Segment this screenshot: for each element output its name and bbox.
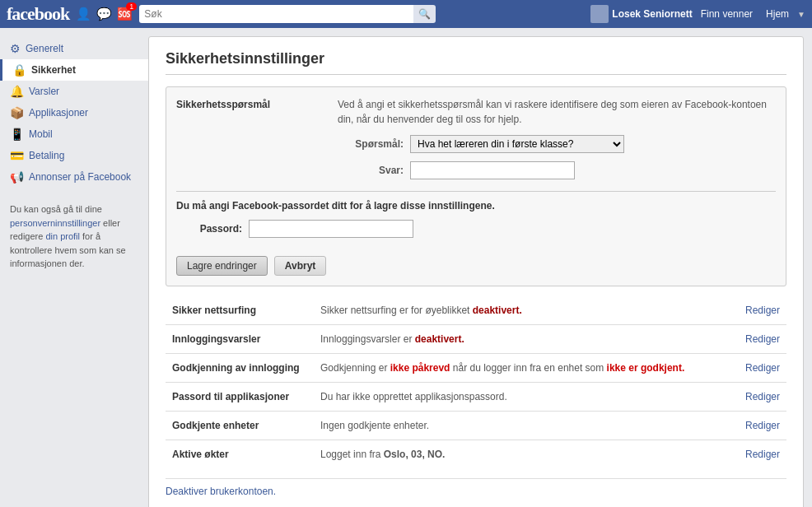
friends-icon[interactable]: 👤 <box>76 7 91 21</box>
payments-icon: 💳 <box>10 149 24 162</box>
setting-value: Sikker nettsurfing er for øyeblikket dea… <box>314 296 739 325</box>
setting-label: Godkjenning av innlogging <box>166 354 314 383</box>
section-body: Sikkerhetsspørsmål Ved å angi et sikkerh… <box>166 87 786 286</box>
security-icon: 🔒 <box>12 63 26 77</box>
sidebar: ⚙ Generelt 🔒 Sikkerhet 🔔 Varsler 📦 Appli… <box>0 28 148 507</box>
table-row: Sikker nettsurfing Sikker nettsurfing er… <box>166 296 786 325</box>
search-button[interactable]: 🔍 <box>413 5 436 23</box>
setting-label: Innloggingsvarsler <box>166 325 314 354</box>
setting-action[interactable]: Rediger <box>739 383 786 412</box>
mobile-icon: 📱 <box>10 128 24 141</box>
home-link[interactable]: Hjem <box>761 5 794 23</box>
main-content: Sikkerhetsinnstillinger Sikkerhetsspørsm… <box>148 36 804 507</box>
general-icon: ⚙ <box>10 42 21 55</box>
sidebar-item-mobile[interactable]: 📱 Mobil <box>0 123 148 145</box>
messages-icon[interactable]: 💬 <box>96 7 112 21</box>
sidebar-divider <box>0 188 148 194</box>
sidebar-item-general-label: Generelt <box>26 43 63 54</box>
sidebar-item-security[interactable]: 🔒 Sikkerhet <box>0 59 148 81</box>
setting-action[interactable]: Rediger <box>739 354 786 383</box>
question-row: Spørsmål: Hva het læreren din i første k… <box>338 135 776 153</box>
setting-action[interactable]: Rediger <box>739 440 786 469</box>
user-avatar <box>590 5 609 23</box>
nav-icon-group: 👤 💬 🆘 1 <box>76 7 133 21</box>
sidebar-item-apps-label: Applikasjoner <box>29 107 88 119</box>
sq-layout: Sikkerhetsspørsmål Ved å angi et sikkerh… <box>176 97 776 179</box>
question-select[interactable]: Hva het læreren din i første klasse? <box>410 135 624 153</box>
setting-value: Du har ikke opprettet applikasjonspassor… <box>314 383 739 412</box>
setting-label: Godkjente enheter <box>166 412 314 440</box>
setting-action[interactable]: Rediger <box>739 296 786 325</box>
table-row: Aktive økter Logget inn fra Oslo, 03, NO… <box>166 440 786 469</box>
page-title: Sikkerhetsinnstillinger <box>166 50 786 75</box>
apps-icon: 📦 <box>10 106 24 119</box>
sidebar-item-apps[interactable]: 📦 Applikasjoner <box>0 102 148 123</box>
password-note: Du må angi Facebook-passordet ditt for å… <box>176 200 776 212</box>
setting-label: Passord til applikasjoner <box>166 383 314 412</box>
profile-link[interactable]: din profil <box>45 231 80 241</box>
sidebar-item-security-label: Sikkerhet <box>31 64 76 76</box>
table-row: Passord til applikasjoner Du har ikke op… <box>166 383 786 412</box>
find-friends-link[interactable]: Finn venner <box>696 5 758 23</box>
table-row: Godkjenning av innlogging Godkjenning er… <box>166 354 786 383</box>
setting-action[interactable]: Rediger <box>739 325 786 354</box>
table-row: Innloggingsvarsler Innloggingsvarsler er… <box>166 325 786 354</box>
table-row: Godkjente enheter Ingen godkjente enhete… <box>166 412 786 440</box>
sidebar-item-general[interactable]: ⚙ Generelt <box>0 38 148 59</box>
cancel-button[interactable]: Avbryt <box>274 256 327 276</box>
deactivate-link[interactable]: Deaktiver brukerkontoen. <box>166 486 276 497</box>
sidebar-item-mobile-label: Mobil <box>29 128 53 140</box>
password-label: Passord: <box>176 223 242 235</box>
sidebar-item-ads-label: Annonser på Facebook <box>29 171 131 183</box>
settings-table: Sikker nettsurfing Sikker nettsurfing er… <box>166 296 786 468</box>
right-nav: Losek Seniornett Finn venner Hjem ▼ <box>590 5 805 23</box>
answer-input[interactable] <box>410 161 575 179</box>
ads-icon: 📢 <box>10 170 24 184</box>
button-row: Lagre endringer Avbryt <box>176 248 776 276</box>
password-input[interactable] <box>249 220 413 238</box>
sidebar-item-ads[interactable]: 📢 Annonser på Facebook <box>0 166 148 188</box>
setting-value: Innloggingsvarsler er deaktivert. <box>314 325 739 354</box>
top-navigation: facebook 👤 💬 🆘 1 🔍 Losek Seniornett Finn… <box>0 0 812 28</box>
search-bar: 🔍 <box>139 5 436 23</box>
facebook-logo: facebook <box>7 3 69 25</box>
question-label: Spørsmål: <box>338 137 404 151</box>
privacy-settings-link[interactable]: personverninnstillinger <box>10 218 100 228</box>
main-layout: ⚙ Generelt 🔒 Sikkerhet 🔔 Varsler 📦 Appli… <box>0 28 812 507</box>
user-block[interactable]: Losek Seniornett <box>590 5 692 23</box>
sidebar-item-payments[interactable]: 💳 Betaling <box>0 145 148 166</box>
security-question-section: Sikkerhetsspørsmål Ved å angi et sikkerh… <box>166 86 786 286</box>
search-input[interactable] <box>139 5 413 23</box>
notifications-sidebar-icon: 🔔 <box>10 85 24 98</box>
sidebar-item-notifications[interactable]: 🔔 Varsler <box>0 81 148 102</box>
sq-description: Ved å angi et sikkerhetsspørsmål kan vi … <box>338 97 776 179</box>
setting-value: Logget inn fra Oslo, 03, NO. <box>314 440 739 469</box>
sidebar-item-notifications-label: Varsler <box>29 86 59 97</box>
save-button[interactable]: Lagre endringer <box>176 256 268 276</box>
setting-action[interactable]: Rediger <box>739 412 786 440</box>
setting-value: Ingen godkjente enheter. <box>314 412 739 440</box>
sidebar-item-payments-label: Betaling <box>29 150 64 161</box>
setting-value: Godkjenning er ikke påkrevd når du logge… <box>314 354 739 383</box>
user-name: Losek Seniornett <box>612 8 692 20</box>
notifications-icon[interactable]: 🆘 1 <box>117 7 133 21</box>
setting-label: Aktive økter <box>166 440 314 469</box>
notification-badge: 1 <box>126 2 137 11</box>
answer-row: Svar: <box>338 161 776 179</box>
password-section: Du må angi Facebook-passordet ditt for å… <box>176 191 776 276</box>
sidebar-note: Du kan også gå til dine personverninnsti… <box>0 194 148 279</box>
sq-label: Sikkerhetsspørsmål <box>176 97 324 179</box>
nav-dropdown-icon[interactable]: ▼ <box>797 10 805 19</box>
password-row: Passord: <box>176 220 776 238</box>
setting-label: Sikker nettsurfing <box>166 296 314 325</box>
deactivate-section: Deaktiver brukerkontoen. <box>166 478 786 497</box>
answer-label: Svar: <box>338 163 404 178</box>
